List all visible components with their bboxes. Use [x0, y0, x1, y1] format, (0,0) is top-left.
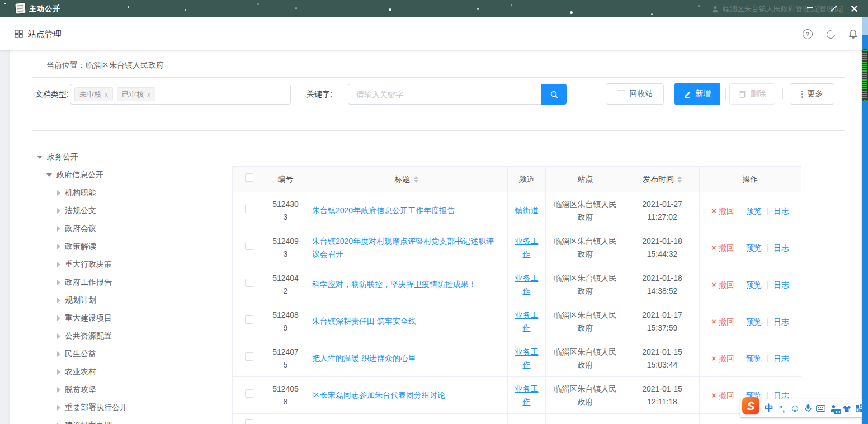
tree-item[interactable]: 重大行政决策 — [27, 256, 234, 274]
ime-mic-icon[interactable] — [803, 402, 813, 414]
row-checkbox[interactable] — [245, 389, 253, 398]
minimize-button[interactable] — [803, 2, 817, 15]
withdraw-link[interactable]: ×撤回 — [711, 317, 734, 326]
log-link[interactable]: 日志 — [773, 243, 789, 252]
channel-link[interactable]: 镇街道 — [515, 206, 539, 215]
channel-link[interactable]: 业务工作 — [515, 310, 539, 332]
tree-item[interactable]: 民生公益 — [27, 345, 234, 363]
more-button[interactable]: 更多 — [790, 83, 834, 105]
publish-time: 2021-01-27 11:27:02 — [642, 200, 682, 222]
row-checkbox[interactable] — [245, 419, 253, 424]
notification-bell-icon[interactable] — [848, 29, 858, 39]
log-link[interactable]: 日志 — [773, 280, 789, 289]
delete-button[interactable]: 删除 — [729, 83, 775, 105]
caret-down-icon[interactable] — [37, 156, 43, 159]
withdraw-link[interactable]: ×撤回 — [711, 206, 734, 215]
channel-link[interactable]: 业务工作 — [515, 384, 539, 406]
help-icon[interactable]: ? — [803, 29, 813, 39]
row-checkbox[interactable] — [245, 315, 253, 324]
caret-right-icon[interactable] — [57, 280, 60, 285]
refresh-icon[interactable] — [825, 29, 836, 39]
withdraw-link[interactable]: ×撤回 — [711, 280, 734, 289]
doc-title-link[interactable]: 科学应对，联防联控，坚决捍卫疫情防控成果！ — [312, 280, 477, 289]
scrollbar-thumb[interactable] — [862, 49, 868, 101]
caret-right-icon[interactable] — [57, 387, 60, 393]
row-checkbox[interactable] — [245, 205, 253, 213]
channel-link[interactable]: 业务工作 — [515, 274, 539, 295]
apps-grid-icon[interactable] — [15, 30, 23, 40]
row-checkbox[interactable] — [245, 352, 253, 361]
ime-language-mode-icon[interactable]: 中 — [764, 402, 774, 414]
delete-label: 删除 — [751, 89, 766, 99]
select-all-checkbox[interactable] — [245, 173, 253, 182]
doc-title-link[interactable]: 朱台镇深耕责任田 筑牢安全线 — [312, 317, 416, 326]
tree-item[interactable]: 政府工作报告 — [27, 274, 234, 291]
caret-right-icon[interactable] — [57, 208, 60, 214]
ime-keyboard-icon[interactable] — [816, 402, 826, 414]
tree-item[interactable]: 政策解读 — [27, 238, 234, 256]
caret-down-icon[interactable] — [46, 173, 52, 177]
preview-link[interactable]: 预览 — [746, 280, 762, 289]
tree-item[interactable]: 法规公文 — [27, 202, 234, 220]
sort-icon[interactable] — [414, 176, 418, 183]
tree-item[interactable]: 脱贫攻坚 — [27, 381, 234, 399]
caret-right-icon[interactable] — [57, 369, 60, 375]
row-checkbox[interactable] — [245, 279, 253, 287]
log-link[interactable]: 日志 — [773, 206, 789, 215]
add-button[interactable]: 新增 — [674, 83, 720, 105]
caret-right-icon[interactable] — [57, 351, 60, 357]
channel-link[interactable]: 业务工作 — [515, 347, 539, 369]
doc-type-select[interactable]: 未审核 x 已审核 x — [70, 84, 291, 105]
withdraw-link[interactable]: ×撤回 — [711, 243, 734, 252]
tree-item[interactable]: 农业农村 — [27, 363, 234, 381]
caret-right-icon[interactable] — [57, 244, 60, 249]
ime-skin-icon[interactable] — [842, 402, 852, 414]
recycle-bin-button[interactable]: 回收站 — [606, 83, 664, 105]
log-link[interactable]: 日志 — [773, 354, 789, 363]
withdraw-link[interactable]: ×撤回 — [711, 354, 734, 363]
keyword-input[interactable] — [348, 84, 541, 105]
ime-emoji-icon[interactable]: ☺ — [790, 402, 800, 414]
column-header-id: 编号 — [278, 175, 294, 183]
tree-item[interactable]: 重要部署执行公开 — [27, 399, 234, 417]
tree-item[interactable]: 政府信息公开 — [27, 166, 234, 184]
caret-right-icon[interactable] — [57, 262, 60, 267]
tree-item[interactable]: 重大建设项目 — [27, 309, 234, 327]
caret-right-icon[interactable] — [57, 333, 60, 339]
tree-item[interactable]: 机构职能 — [27, 184, 234, 202]
tag-close-icon[interactable]: x — [105, 91, 108, 98]
tag-close-icon[interactable]: x — [147, 91, 150, 98]
log-link[interactable]: 日志 — [773, 317, 789, 326]
doc-title-link[interactable]: 朱台镇2020年度对村观摩点评暨村党支部书记述职评议会召开 — [312, 237, 494, 258]
tree-item[interactable]: 规划计划 — [27, 291, 234, 309]
doc-title-link[interactable]: 朱台镇2020年政府信息公开工作年度报告 — [312, 206, 455, 215]
caret-right-icon[interactable] — [57, 315, 60, 321]
tree-item-label: 重大建设项目 — [65, 313, 112, 323]
preview-link[interactable]: 预览 — [746, 243, 762, 252]
caret-right-icon[interactable] — [57, 190, 60, 196]
content-card: 当前位置：临淄区朱台镇人民政府 文档类型: 未审核 x 已审核 x 关键字: 回… — [10, 49, 861, 424]
preview-link[interactable]: 预览 — [746, 354, 762, 363]
preview-link[interactable]: 预览 — [746, 317, 762, 326]
preview-link[interactable]: 预览 — [746, 206, 762, 215]
row-checkbox[interactable] — [245, 242, 253, 250]
caret-right-icon[interactable] — [57, 298, 60, 303]
withdraw-link[interactable]: ×撤回 — [711, 391, 734, 400]
recycle-checkbox[interactable] — [617, 90, 625, 98]
ime-punctuation-icon[interactable]: °, — [777, 402, 787, 414]
close-button[interactable] — [847, 2, 861, 15]
sogou-logo-icon[interactable]: S — [742, 397, 760, 414]
maximize-button[interactable] — [827, 2, 841, 15]
channel-link[interactable]: 业务工作 — [515, 237, 539, 258]
sort-icon[interactable] — [677, 176, 682, 183]
tree-item[interactable]: 政务公开 — [27, 148, 234, 166]
doc-title-link[interactable]: 区长宋磊同志参加朱台代表团分组讨论 — [312, 390, 445, 399]
tree-item[interactable]: 建议提案办理 — [27, 417, 234, 424]
doc-title-link[interactable]: 把人性的温暖 织进群众的心里 — [312, 354, 416, 362]
ime-login-icon[interactable]: 19 — [829, 402, 839, 414]
search-button[interactable] — [541, 84, 567, 105]
tree-item[interactable]: 公共资源配置 — [27, 327, 234, 345]
caret-right-icon[interactable] — [57, 405, 60, 411]
tree-item[interactable]: 政府会议 — [27, 220, 234, 238]
caret-right-icon[interactable] — [57, 226, 60, 232]
